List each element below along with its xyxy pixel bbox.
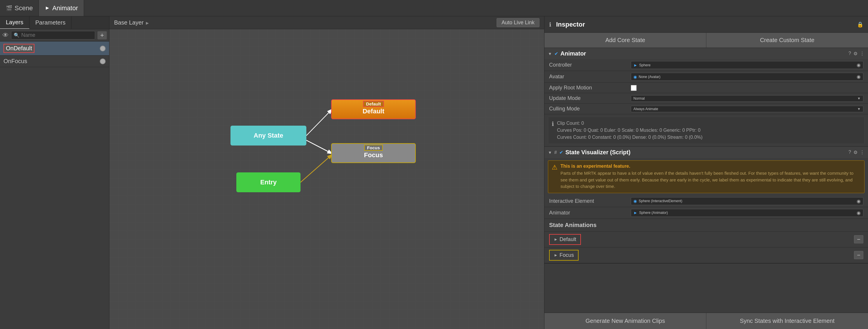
tab-parameters[interactable]: Parameters [29, 16, 71, 29]
animator-overflow-icon[interactable]: ⋮ [860, 51, 865, 56]
state-anim-focus-arrow: ► [554, 253, 558, 257]
state-anim-default-remove[interactable]: − [854, 235, 863, 243]
controller-value[interactable]: ► Sphere ◉ [631, 61, 863, 69]
layer-weight-ondefault [100, 46, 105, 51]
sv-help-icon[interactable]: ? [848, 149, 851, 155]
update-mode-arrow: ▼ [857, 97, 861, 101]
tab-animator[interactable]: ► Animator [39, 0, 84, 16]
node-default[interactable]: Default Default [331, 99, 416, 119]
layer-item-onfocus[interactable]: OnFocus [0, 56, 109, 67]
header-icons: 🔒 [857, 21, 863, 28]
state-anim-default-box[interactable]: ► Default [549, 234, 581, 245]
state-anim-default: ► Default − [545, 232, 868, 247]
scene-icon: 🎬 [6, 5, 12, 11]
default-node-text: Default [363, 108, 384, 115]
animator-icon: ► [44, 5, 50, 11]
animator-expand-arrow: ▼ [548, 51, 552, 56]
state-anim-default-arrow: ► [554, 237, 558, 242]
tab-layers[interactable]: Layers [0, 16, 29, 29]
tab-animator-label: Animator [52, 4, 78, 12]
sv-expand-arrow: ▼ [548, 150, 552, 155]
left-panel: Layers Parameters 👁 🔍 + OnDefault OnFocu… [0, 16, 110, 329]
prop-update-mode: Update Mode Normal ▼ [545, 93, 868, 104]
state-anim-focus-box[interactable]: ► Focus [549, 250, 579, 261]
arrows-svg [110, 29, 544, 329]
breadcrumb: Base Layer ▸ [114, 19, 149, 26]
apply-root-motion-checkbox[interactable] [631, 85, 637, 91]
sv-settings-icon[interactable]: ⚙ [854, 149, 858, 155]
animator-section-checkbox[interactable]: ✔ [554, 51, 558, 56]
interactive-element-icon: ◉ [633, 199, 637, 203]
sv-checkbox[interactable]: ✔ [559, 149, 563, 155]
eye-button[interactable]: 👁 [2, 32, 9, 39]
layer-weight-onfocus [100, 58, 105, 64]
svg-line-1 [306, 140, 332, 154]
interactive-element-name: Sphere (InteractiveElement) [639, 199, 682, 203]
add-layer-button[interactable]: + [97, 31, 107, 39]
sv-section-header[interactable]: ▼ # ✔ State Visualizer (Script) ? ⚙ ⋮ [545, 147, 868, 158]
animator-section-buttons: ? ⚙ ⋮ [848, 51, 865, 56]
generate-animation-clips-button[interactable]: Generate New Animation Clips [545, 313, 706, 329]
animator-help-icon[interactable]: ? [848, 51, 851, 56]
node-focus[interactable]: Focus Focus [331, 143, 416, 163]
avatar-value[interactable]: ◉ None (Avatar) ◉ [631, 73, 863, 81]
breadcrumb-label: Base Layer [114, 19, 144, 26]
animator-settings-icon[interactable]: ⚙ [854, 51, 858, 56]
animator-section-header[interactable]: ▼ ✔ Animator ? ⚙ ⋮ [545, 48, 868, 59]
prop-apply-root-motion: Apply Root Motion [545, 83, 868, 93]
prop-animator-sv: Animator ► Sphere (Animator) ◉ [545, 207, 868, 219]
add-core-state-button[interactable]: Add Core State [545, 33, 706, 48]
prop-interactive-element: Interactive Element ◉ Sphere (Interactiv… [545, 195, 868, 207]
create-custom-state-button[interactable]: Create Custom State [706, 33, 868, 48]
state-visualizer-section: ▼ # ✔ State Visualizer (Script) ? ⚙ ⋮ ⚠ … [545, 147, 868, 264]
inspector-header: ℹ Inspector 🔒 [545, 16, 868, 33]
warning-content: This is an experimental feature. Parts o… [560, 164, 861, 190]
info-text: Clip Count: 0 Curves Pos: 0 Quat: 0 Eule… [557, 120, 703, 141]
animator-section-title: Animator [560, 50, 846, 57]
animator-canvas[interactable]: Any State Entry Default Default Focus Fo… [110, 29, 544, 329]
animator-sv-select-icon: ◉ [857, 210, 861, 216]
avatar-select-icon: ◉ [857, 74, 861, 80]
update-mode-select[interactable]: Normal ▼ [631, 95, 863, 102]
info-line-3: Curves Count: 0 Constant: 0 (0.0%) Dense… [557, 134, 703, 141]
state-anim-focus: ► Focus − [545, 247, 868, 263]
inspector-title: Inspector [556, 21, 585, 28]
animator-info-box: ℹ Clip Count: 0 Curves Pos: 0 Quat: 0 Eu… [548, 116, 865, 144]
search-input[interactable] [21, 32, 92, 38]
state-anim-focus-label: Focus [560, 252, 574, 258]
prop-culling-mode: Culling Mode Always Animate ▼ [545, 104, 868, 114]
sv-overflow-icon[interactable]: ⋮ [860, 149, 865, 155]
sync-states-button[interactable]: Sync States with Interactive Element [706, 313, 868, 329]
warning-icon: ⚠ [552, 164, 558, 190]
prop-controller: Controller ► Sphere ◉ [545, 59, 868, 71]
canvas-area: Base Layer ▸ Auto Live Link [110, 16, 544, 329]
culling-mode-value: Always Animate [633, 107, 658, 111]
left-toolbar: 👁 🔍 + [0, 29, 109, 42]
tab-scene-label: Scene [14, 4, 33, 12]
layer-item-ondefault[interactable]: OnDefault [0, 42, 109, 56]
update-mode-value: Normal [633, 97, 645, 101]
animator-section: ▼ ✔ Animator ? ⚙ ⋮ Controller ► Sphere ◉ [545, 48, 868, 147]
action-buttons: Add Core State Create Custom State [545, 33, 868, 48]
culling-mode-select[interactable]: Always Animate ▼ [631, 106, 863, 112]
left-panel-tabs: Layers Parameters [0, 16, 109, 29]
default-node-label-badge: Default [363, 101, 384, 107]
controller-name: Sphere [639, 63, 651, 67]
breadcrumb-separator: ▸ [146, 19, 149, 26]
focus-node-label-badge: Focus [364, 145, 383, 151]
sv-section-buttons: ? ⚙ ⋮ [848, 149, 865, 155]
search-icon: 🔍 [14, 32, 20, 38]
tab-scene[interactable]: 🎬 Scene [0, 0, 39, 16]
animator-sv-value[interactable]: ► Sphere (Animator) ◉ [631, 209, 863, 217]
svg-line-0 [306, 110, 332, 136]
node-entry[interactable]: Entry [236, 172, 301, 192]
interactive-element-value[interactable]: ◉ Sphere (InteractiveElement) ◉ [631, 197, 863, 205]
info-line-2: Curves Pos: 0 Quat: 0 Euler: 0 Scale: 0 … [557, 127, 703, 134]
controller-icon: ► [633, 63, 638, 67]
auto-live-link-button[interactable]: Auto Live Link [497, 18, 539, 27]
node-any-state[interactable]: Any State [230, 126, 306, 145]
state-anim-focus-remove[interactable]: − [854, 251, 863, 259]
search-box: 🔍 [11, 31, 95, 39]
layer-name-onfocus: OnFocus [3, 58, 27, 64]
ie-select-icon: ◉ [857, 198, 861, 204]
